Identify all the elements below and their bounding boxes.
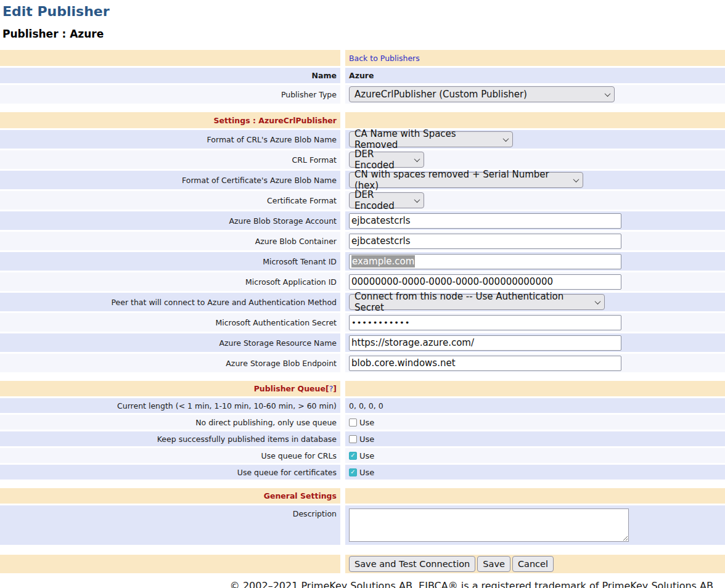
cert-blob-name-format-select[interactable]: CN with spaces removed + Serial Number (… xyxy=(349,172,583,188)
storage-blob-endpoint-label: Azure Storage Blob Endpoint xyxy=(0,354,340,372)
peer-auth-method-value: Connect from this node -- Use Authentica… xyxy=(354,291,587,313)
general-settings-header: General Settings xyxy=(0,488,340,504)
publisher-queue-help-link[interactable]: ? xyxy=(329,384,334,393)
header-spacer-cell xyxy=(0,50,340,66)
publisher-queue-header: Publisher Queue xyxy=(254,384,326,393)
certificate-format-select[interactable]: DER Encoded xyxy=(349,192,424,208)
use-queue-certs-label: Use queue for certificates xyxy=(0,465,340,480)
microsoft-auth-secret-input[interactable] xyxy=(349,315,621,330)
help-bracket-close: ] xyxy=(333,384,337,393)
general-settings-table: General Settings Description xyxy=(0,488,725,545)
crl-format-select[interactable]: DER Encoded xyxy=(349,152,424,168)
general-header-spacer xyxy=(345,488,725,504)
back-to-publishers-link[interactable]: Back to Publishers xyxy=(349,54,420,63)
chevron-down-icon xyxy=(573,176,580,182)
chevron-down-icon xyxy=(503,136,509,142)
chevron-down-icon xyxy=(605,91,611,97)
blob-container-label: Azure Blob Container xyxy=(0,232,340,250)
no-direct-publishing-label: No direct publishing, only use queue xyxy=(0,415,340,430)
crl-blob-name-format-label: Format of CRL's Azure Blob Name xyxy=(0,130,340,149)
no-direct-publishing-checkbox[interactable] xyxy=(349,419,357,427)
publisher-type-label: Publisher Type xyxy=(0,85,340,104)
chevron-down-icon xyxy=(595,298,601,304)
crl-blob-name-format-select[interactable]: CA Name with Spaces Removed xyxy=(349,131,513,147)
azure-storage-blob-endpoint-input[interactable] xyxy=(349,356,621,371)
cert-blob-name-format-label: Format of Certificate's Azure Blob Name xyxy=(0,171,340,189)
settings-section-header: Settings : AzureCrlPublisher xyxy=(0,112,340,128)
footer-copyright: © 2002–2021 PrimeKey Solutions AB. EJBCA… xyxy=(0,575,725,588)
peer-auth-method-select[interactable]: Connect from this node -- Use Authentica… xyxy=(349,294,605,310)
settings-header-spacer xyxy=(345,112,725,128)
keep-published-items-checkbox[interactable] xyxy=(349,435,357,443)
cancel-button[interactable]: Cancel xyxy=(512,556,554,572)
checkbox-use-label: Use xyxy=(359,468,374,477)
description-label: Description xyxy=(0,505,340,545)
publisher-type-select[interactable]: AzureCrlPublisher (Custom Publisher) xyxy=(349,86,615,102)
publisher-queue-table: Publisher Queue[?] Current length (< 1 m… xyxy=(0,381,725,480)
publisher-top-table: Back to Publishers Name Azure Publisher … xyxy=(0,50,725,104)
checkbox-use-label: Use xyxy=(359,435,374,444)
tenant-id-label: Microsoft Tenant ID xyxy=(0,252,340,271)
crl-blob-name-format-value: CA Name with Spaces Removed xyxy=(354,128,495,150)
save-button[interactable]: Save xyxy=(477,556,510,572)
page-subtitle: Publisher : Azure xyxy=(0,28,725,40)
tenant-id-selected-text: example.com xyxy=(351,255,415,267)
azure-blob-container-input[interactable] xyxy=(349,234,621,249)
blob-storage-account-label: Azure Blob Storage Account xyxy=(0,211,340,230)
storage-resource-name-label: Azure Storage Resource Name xyxy=(0,333,340,352)
chevron-down-icon xyxy=(414,197,420,203)
queue-length-label: Current length (< 1 min, 1-10 min, 10-60… xyxy=(0,398,340,413)
description-textarea[interactable] xyxy=(349,508,629,542)
name-value: Azure xyxy=(345,68,725,83)
certificate-format-value: DER Encoded xyxy=(354,189,406,211)
use-queue-crls-checkbox[interactable] xyxy=(349,452,357,460)
checkbox-use-label: Use xyxy=(359,451,374,460)
crl-format-label: CRL Format xyxy=(0,150,340,169)
application-id-label: Microsoft Application ID xyxy=(0,272,340,291)
checkbox-use-label: Use xyxy=(359,418,374,427)
page-title: Edit Publisher xyxy=(0,0,725,19)
keep-published-items-label: Keep successfully published items in dat… xyxy=(0,431,340,446)
save-and-test-button[interactable]: Save and Test Connection xyxy=(349,556,475,572)
queue-header-spacer xyxy=(345,381,725,396)
microsoft-application-id-input[interactable] xyxy=(349,274,621,290)
azure-blob-storage-account-input[interactable] xyxy=(349,213,621,229)
queue-length-value: 0, 0, 0, 0 xyxy=(345,398,725,413)
settings-table: Settings : AzureCrlPublisher Format of C… xyxy=(0,112,725,372)
microsoft-tenant-id-input[interactable]: example.com xyxy=(349,254,621,269)
peer-auth-method-label: Peer that will connect to Azure and Auth… xyxy=(0,293,340,311)
auth-secret-label: Microsoft Authentication Secret xyxy=(0,313,340,332)
crl-format-value: DER Encoded xyxy=(354,149,406,171)
publisher-type-selected-value: AzureCrlPublisher (Custom Publisher) xyxy=(354,89,527,100)
name-label: Name xyxy=(0,68,340,83)
certificate-format-label: Certificate Format xyxy=(0,191,340,210)
use-queue-certs-checkbox[interactable] xyxy=(349,468,357,476)
chevron-down-icon xyxy=(414,156,420,162)
actions-table: Save and Test Connection Save Cancel xyxy=(0,555,725,573)
azure-storage-resource-name-input[interactable] xyxy=(349,335,621,351)
actions-spacer-cell xyxy=(0,555,340,573)
cert-blob-name-format-value: CN with spaces removed + Serial Number (… xyxy=(354,169,565,191)
use-queue-crls-label: Use queue for CRLs xyxy=(0,448,340,463)
